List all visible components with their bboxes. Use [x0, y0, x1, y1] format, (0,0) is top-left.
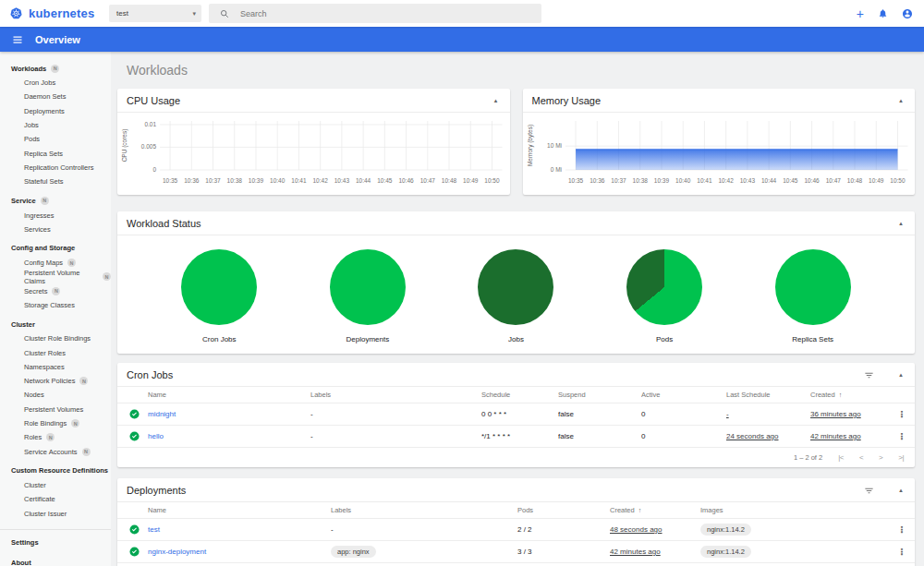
sidebar-item-cluster-role-bindings[interactable]: Cluster Role Bindings	[0, 331, 111, 345]
table-row: hello-*/1 * * * *false024 seconds ago42 …	[117, 426, 915, 448]
success-status-icon	[129, 547, 140, 557]
relative-time-link[interactable]: 42 minutes ago	[610, 548, 661, 556]
sidebar-item-deployments[interactable]: Deployments	[0, 104, 111, 118]
sidebar-item-service[interactable]: ServiceN	[0, 193, 111, 208]
sidebar-item-pods[interactable]: Pods	[0, 132, 111, 146]
sidebar-item-settings[interactable]: Settings	[0, 536, 111, 550]
labels-value: -	[310, 410, 313, 418]
sidebar-item-workloads[interactable]: WorkloadsN	[0, 61, 111, 76]
sidebar-item-stateful-sets[interactable]: Stateful Sets	[0, 175, 111, 188]
brand-name: kubernetes	[29, 6, 94, 20]
cell-menu: ⋮	[893, 431, 915, 441]
column-header-name[interactable]: Name	[148, 391, 310, 399]
sidebar-item-roles[interactable]: RolesN	[0, 430, 111, 444]
column-header-pods[interactable]: Pods	[517, 506, 610, 514]
column-header-active[interactable]: Active	[641, 391, 726, 399]
svg-text:10:44: 10:44	[760, 177, 776, 184]
sidebar-item-role-bindings[interactable]: Role BindingsN	[0, 416, 111, 430]
sidebar-item-cluster[interactable]: Cluster	[0, 317, 111, 331]
resource-link[interactable]: nginx-deployment	[148, 548, 206, 556]
sidebar-item-storage-classes[interactable]: Storage Classes	[0, 298, 111, 312]
row-menu-button[interactable]: ⋮	[893, 431, 911, 441]
search-input[interactable]	[238, 8, 501, 19]
column-header-suspend[interactable]: Suspend	[558, 391, 641, 399]
row-menu-button[interactable]: ⋮	[893, 409, 911, 419]
sidebar-item-secrets[interactable]: SecretsN	[0, 284, 111, 298]
relative-time-link[interactable]: 42 minutes ago	[810, 432, 861, 440]
sidebar-item-config-and-storage[interactable]: Config and Storage	[0, 241, 111, 256]
sidebar-item-service-accounts[interactable]: Service AccountsN	[0, 445, 111, 459]
create-resource-button[interactable]: +	[857, 7, 864, 20]
collapse-icon[interactable]: ▲	[896, 370, 906, 379]
sidebar-item-cluster[interactable]: Cluster	[0, 478, 111, 492]
labels-value: -	[310, 432, 313, 440]
resource-link[interactable]: hello	[148, 432, 164, 440]
sidebar-item-network-policies[interactable]: Network PoliciesN	[0, 374, 111, 388]
menu-button[interactable]	[12, 34, 23, 45]
namespaced-badge: N	[82, 448, 91, 456]
filter-button[interactable]	[864, 486, 874, 496]
cell-labels: -	[310, 410, 481, 418]
next-page-button[interactable]: >	[879, 453, 882, 462]
cell-labels: -	[331, 525, 517, 534]
resource-link[interactable]: test	[148, 525, 160, 534]
sidebar-item-label: Config and Storage	[11, 244, 75, 252]
cell-menu: ⋮	[893, 547, 915, 557]
column-header-schedule[interactable]: Schedule	[481, 391, 558, 399]
column-header-labels[interactable]: Labels	[310, 391, 481, 399]
column-header-label: Active	[641, 391, 660, 399]
active-value: 0	[641, 410, 645, 418]
workload-status-pies: Cron JobsDeploymentsJobsPodsReplica Sets	[117, 235, 915, 343]
sidebar-item-about[interactable]: About	[0, 556, 111, 566]
sidebar-item-replica-sets[interactable]: Replica Sets	[0, 146, 111, 160]
sidebar-item-namespaces[interactable]: Namespaces	[0, 360, 111, 374]
sidebar-item-label: Daemon Sets	[24, 92, 66, 101]
collapse-icon[interactable]: ▲	[896, 96, 906, 105]
cell-status	[129, 547, 148, 557]
namespace-selector[interactable]: test ▾	[109, 5, 201, 22]
cell-pods: 3 / 3	[517, 548, 610, 556]
sidebar-item-cluster-roles[interactable]: Cluster Roles	[0, 345, 111, 359]
column-header-created[interactable]: Created↑	[610, 506, 700, 514]
sidebar-item-services[interactable]: Services	[0, 223, 111, 236]
collapse-icon[interactable]: ▲	[896, 219, 906, 228]
first-page-button[interactable]: |<	[838, 453, 844, 462]
previous-page-button[interactable]: <	[859, 453, 863, 462]
collapse-icon[interactable]: ▲	[896, 486, 906, 495]
column-header-images[interactable]: Images	[700, 506, 893, 514]
sidebar-item-persistent-volumes[interactable]: Persistent Volumes	[0, 403, 111, 416]
sidebar-item-ingresses[interactable]: Ingresses	[0, 208, 111, 222]
account-button[interactable]	[902, 8, 913, 19]
sidebar-item-certificate[interactable]: Certificate	[0, 492, 111, 506]
relative-time-link[interactable]: 24 seconds ago	[726, 432, 779, 440]
notifications-button[interactable]	[878, 8, 888, 18]
kubernetes-logo[interactable]: kubernetes	[9, 6, 109, 20]
last-page-button[interactable]: >|	[898, 453, 904, 462]
success-status-icon	[129, 431, 140, 441]
sidebar-item-persistent-volume-claims[interactable]: Persistent Volume ClaimsN	[0, 270, 111, 283]
column-header-name[interactable]: Name	[148, 506, 331, 514]
sidebar-item-nodes[interactable]: Nodes	[0, 388, 111, 402]
column-header-label: Created	[810, 391, 835, 399]
svg-text:10:44: 10:44	[356, 177, 371, 184]
search-bar[interactable]	[209, 4, 541, 23]
column-header-labels[interactable]: Labels	[331, 506, 517, 514]
relative-time-link[interactable]: 48 seconds ago	[610, 525, 663, 534]
relative-time-link[interactable]: -	[726, 410, 729, 418]
svg-text:0 Mi: 0 Mi	[550, 166, 561, 173]
sidebar-item-custom-resource-definitions[interactable]: Custom Resource Definitions	[0, 464, 111, 478]
sidebar-item-replication-controllers[interactable]: Replication Controllers	[0, 161, 111, 175]
collapse-icon[interactable]: ▲	[492, 96, 501, 105]
labels-value: -	[331, 525, 334, 534]
resource-link[interactable]: midnight	[148, 410, 176, 418]
relative-time-link[interactable]: 36 minutes ago	[810, 410, 861, 418]
row-menu-button[interactable]: ⋮	[893, 524, 911, 535]
row-menu-button[interactable]: ⋮	[893, 547, 911, 557]
column-header-last-schedule[interactable]: Last Schedule	[726, 391, 810, 399]
sidebar-item-daemon-sets[interactable]: Daemon Sets	[0, 90, 111, 103]
filter-button[interactable]	[864, 370, 874, 380]
sidebar-item-jobs[interactable]: Jobs	[0, 118, 111, 132]
sidebar-item-cron-jobs[interactable]: Cron Jobs	[0, 76, 111, 90]
column-header-created[interactable]: Created↑	[810, 391, 893, 399]
sidebar-item-cluster-issuer[interactable]: Cluster Issuer	[0, 506, 111, 520]
